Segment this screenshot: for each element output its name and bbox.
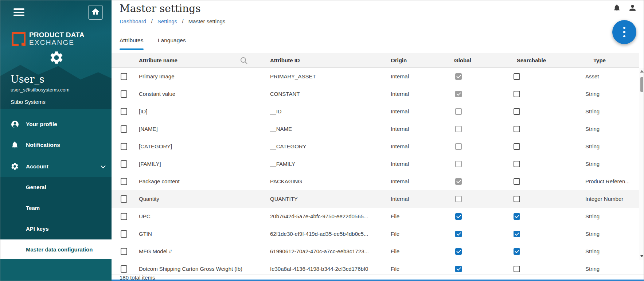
type-cell: String bbox=[585, 138, 638, 155]
table-header: Attribute name Attribute ID Origin Globa… bbox=[112, 53, 639, 68]
global-checkbox[interactable] bbox=[455, 248, 462, 255]
breadcrumb-dashboard-link[interactable]: Dashboard bbox=[120, 18, 146, 24]
breadcrumb: Dashboard / Settings / Master settings bbox=[120, 18, 225, 24]
scrollbar-thumb[interactable] bbox=[640, 77, 643, 92]
bottom-accent-bar bbox=[112, 280, 644, 281]
table-row[interactable]: [FAMILY]__FAMILYInternalString bbox=[112, 155, 639, 173]
global-checkbox[interactable] bbox=[455, 213, 462, 220]
sidebar-item-label: Your profile bbox=[26, 121, 57, 128]
column-header-attribute-name: Attribute name bbox=[139, 53, 177, 68]
attribute-name-cell: MFG Model # bbox=[139, 243, 172, 260]
searchable-checkbox[interactable] bbox=[514, 248, 520, 255]
notifications-bell-icon[interactable] bbox=[613, 3, 621, 14]
searchable-checkbox[interactable] bbox=[514, 231, 520, 237]
global-checkbox bbox=[455, 178, 462, 185]
table-row[interactable]: Constant valueCONSTANTInternalString bbox=[112, 85, 639, 103]
table-row[interactable]: [ID]__IDInternalString bbox=[112, 103, 639, 120]
row-select-checkbox[interactable] bbox=[121, 108, 127, 115]
sidebar-item-general[interactable]: General bbox=[0, 177, 112, 198]
row-select-checkbox[interactable] bbox=[121, 143, 127, 150]
origin-cell: Internal bbox=[391, 103, 409, 120]
searchable-checkbox[interactable] bbox=[514, 213, 520, 220]
attribute-id-cell: __NAME bbox=[270, 120, 292, 138]
tab-languages[interactable]: Languages bbox=[158, 37, 186, 44]
searchable-checkbox[interactable] bbox=[514, 126, 520, 132]
searchable-checkbox[interactable] bbox=[514, 266, 520, 272]
attribute-name-cell: [NAME] bbox=[139, 120, 158, 138]
user-email: user_s@stibosystems.com bbox=[11, 87, 70, 93]
attribute-name-cell: UPC bbox=[139, 208, 151, 225]
row-select-checkbox[interactable] bbox=[121, 213, 127, 220]
vertical-scrollbar[interactable] bbox=[639, 68, 644, 260]
sidebar-footer-block bbox=[0, 259, 112, 281]
scrollbar-down-arrow[interactable] bbox=[640, 255, 644, 257]
table-row[interactable]: Package contentPACKAGINGInternalProduct … bbox=[112, 173, 639, 190]
search-icon[interactable] bbox=[240, 56, 248, 66]
row-select-checkbox[interactable] bbox=[121, 160, 127, 168]
hamburger-menu-icon[interactable] bbox=[13, 8, 24, 16]
row-select-checkbox[interactable] bbox=[121, 90, 127, 98]
searchable-checkbox[interactable] bbox=[514, 91, 520, 97]
home-icon bbox=[91, 7, 100, 17]
sidebar-item-master-data-configuration[interactable]: Master data configuration bbox=[0, 239, 112, 259]
attribute-name-cell: Quantity bbox=[139, 190, 159, 208]
searchable-checkbox[interactable] bbox=[514, 178, 520, 185]
table-row[interactable]: Primary ImagePRIMARY_ASSETInternalAsset bbox=[112, 68, 639, 85]
type-cell: String bbox=[585, 208, 638, 225]
sidebar-item-your-profile[interactable]: Your profile bbox=[0, 114, 112, 134]
sidebar-item-team[interactable]: Team bbox=[0, 198, 112, 218]
searchable-checkbox[interactable] bbox=[514, 161, 520, 167]
sidebar-item-label: Team bbox=[26, 205, 40, 211]
user-name: User_s bbox=[11, 74, 44, 85]
type-cell: String bbox=[585, 155, 638, 173]
attribute-id-cell: 20b7642d-5a7e-4bfc-9750-ee22d0565... bbox=[270, 208, 368, 225]
sidebar-item-account[interactable]: Account bbox=[0, 156, 112, 177]
home-button[interactable] bbox=[88, 5, 103, 20]
searchable-checkbox[interactable] bbox=[514, 196, 520, 202]
column-header-global: Global bbox=[454, 53, 471, 68]
row-select-checkbox[interactable] bbox=[121, 248, 127, 255]
origin-cell: Internal bbox=[391, 138, 409, 155]
chevron-down-icon bbox=[100, 164, 106, 171]
table-row[interactable]: MFG Model #61990612-70a2-470c-a7cc-eeb3c… bbox=[112, 243, 639, 260]
sidebar-item-api-keys[interactable]: API keys bbox=[0, 218, 112, 239]
attribute-name-cell: [CATEGORY] bbox=[139, 138, 172, 155]
table-row[interactable]: [CATEGORY]__CATEGORYInternalString bbox=[112, 138, 639, 155]
origin-cell: Internal bbox=[391, 120, 409, 138]
attribute-id-cell: 61990612-70a2-470c-a7cc-eeb3c1723... bbox=[270, 243, 369, 260]
attribute-id-cell: PACKAGING bbox=[270, 173, 302, 190]
row-select-checkbox[interactable] bbox=[121, 125, 127, 133]
settings-gear-icon bbox=[49, 50, 64, 67]
global-checkbox bbox=[455, 143, 462, 150]
type-cell: String bbox=[585, 120, 638, 138]
user-profile-icon[interactable] bbox=[628, 3, 637, 14]
row-select-checkbox[interactable] bbox=[121, 230, 127, 238]
active-tab-indicator bbox=[120, 48, 144, 50]
global-checkbox[interactable] bbox=[455, 231, 462, 237]
type-cell: Product Referen... bbox=[585, 173, 638, 190]
app-window: PRODUCT DATA EXCHANGE User_s user_s@stib… bbox=[0, 0, 644, 281]
searchable-checkbox[interactable] bbox=[514, 143, 520, 150]
type-cell: String bbox=[585, 103, 638, 120]
searchable-checkbox[interactable] bbox=[514, 108, 520, 115]
table-row[interactable]: UPC20b7642d-5a7e-4bfc-9750-ee22d0565...F… bbox=[112, 208, 639, 225]
origin-cell: Internal bbox=[391, 68, 409, 85]
attribute-id-cell: QUANTITY bbox=[270, 190, 298, 208]
row-select-checkbox[interactable] bbox=[121, 195, 127, 203]
table-row[interactable]: QuantityQUANTITYInternalInteger Number bbox=[112, 190, 639, 208]
tab-attributes[interactable]: Attributes bbox=[120, 37, 143, 44]
global-checkbox bbox=[455, 91, 462, 97]
global-checkbox[interactable] bbox=[455, 266, 462, 272]
table-row[interactable]: [NAME]__NAMEInternalString bbox=[112, 120, 639, 138]
gear-icon bbox=[11, 162, 19, 171]
row-select-checkbox[interactable] bbox=[121, 178, 127, 185]
row-select-checkbox[interactable] bbox=[121, 73, 127, 80]
origin-cell: File bbox=[391, 208, 399, 225]
row-select-checkbox[interactable] bbox=[121, 265, 127, 273]
actions-menu-fab-button[interactable] bbox=[612, 20, 636, 44]
sidebar-item-notifications[interactable]: Notifications bbox=[0, 134, 112, 155]
scrollbar-up-arrow[interactable] bbox=[640, 70, 644, 73]
breadcrumb-settings-link[interactable]: Settings bbox=[157, 18, 177, 24]
searchable-checkbox[interactable] bbox=[514, 73, 520, 80]
table-row[interactable]: GTIN62f1de30-ef9f-419d-ad35-ee5b4db0c5..… bbox=[112, 225, 639, 243]
